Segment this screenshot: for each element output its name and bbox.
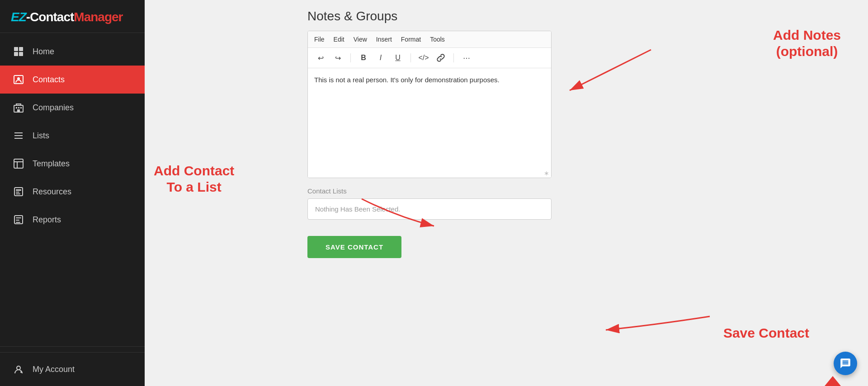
templates-icon: [13, 158, 24, 169]
sidebar-item-contacts[interactable]: Contacts: [0, 66, 145, 94]
sidebar-item-my-account[interactable]: My Account: [0, 355, 145, 383]
lists-icon: [13, 130, 24, 141]
contact-lists-label: Contact Lists: [307, 187, 552, 195]
annotation-add-contact: Add Contact To a List: [154, 163, 234, 195]
svg-point-25: [17, 366, 20, 370]
logo-manager: Manager: [74, 10, 123, 24]
nav-bottom: My Account: [0, 346, 145, 386]
svg-rect-18: [16, 189, 21, 191]
sidebar-item-my-account-label: My Account: [33, 365, 75, 374]
contact-lists-input[interactable]: Nothing Has Been Selected.: [307, 198, 552, 220]
menu-tools[interactable]: Tools: [430, 36, 445, 43]
sidebar-item-home[interactable]: Home: [0, 38, 145, 66]
sidebar-item-lists-label: Lists: [33, 131, 49, 141]
section-title: Notes & Groups: [307, 9, 552, 24]
contact-lists-section: Contact Lists Nothing Has Been Selected.: [294, 187, 565, 229]
save-contact-button[interactable]: SAVE CONTACT: [307, 236, 401, 258]
bold-button[interactable]: B: [357, 52, 370, 64]
logo-dash: -: [26, 10, 30, 24]
menu-format[interactable]: Format: [401, 36, 421, 43]
content-area: Notes & Groups File Edit View Insert For…: [145, 0, 868, 386]
notes-groups-section: Notes & Groups File Edit View Insert For…: [294, 0, 565, 187]
toolbar-separator-2: [410, 53, 411, 62]
logo: EZ-ContactManager: [0, 0, 145, 33]
menu-edit[interactable]: Edit: [334, 36, 344, 43]
svg-rect-2: [14, 52, 18, 56]
editor-menubar: File Edit View Insert Format Tools: [308, 31, 551, 48]
companies-icon: [13, 102, 24, 113]
nav-menu: Home Contacts Com: [0, 33, 145, 346]
editor-resize-handle[interactable]: ∗: [308, 168, 551, 178]
code-button[interactable]: </>: [417, 52, 430, 64]
sidebar-item-reports-label: Reports: [33, 215, 61, 225]
svg-rect-24: [16, 222, 20, 223]
svg-rect-20: [16, 193, 20, 194]
sidebar-item-contacts-label: Contacts: [33, 75, 65, 85]
reports-icon: [13, 214, 24, 226]
editor-toolbar: ↩ ↪ B I U </> ⋯: [308, 48, 551, 68]
sidebar: EZ-ContactManager Home Contacts: [0, 0, 145, 386]
svg-rect-14: [14, 159, 23, 168]
link-button[interactable]: [434, 52, 447, 64]
rich-text-editor: File Edit View Insert Format Tools ↩ ↪ B…: [307, 31, 552, 178]
svg-rect-8: [18, 107, 19, 108]
sidebar-item-templates-label: Templates: [33, 159, 70, 169]
italic-button[interactable]: I: [374, 52, 387, 64]
undo-button[interactable]: ↩: [314, 52, 327, 64]
sidebar-item-home-label: Home: [33, 47, 54, 56]
sidebar-item-templates[interactable]: Templates: [0, 150, 145, 178]
menu-file[interactable]: File: [314, 36, 325, 43]
annotation-add-notes: Add Notes (optional): [773, 27, 841, 60]
svg-rect-23: [16, 220, 19, 221]
svg-rect-1: [19, 47, 23, 51]
main-content: Notes & Groups File Edit View Insert For…: [145, 0, 868, 386]
contact-icon: [13, 74, 24, 85]
svg-rect-22: [16, 217, 21, 218]
sidebar-item-reports[interactable]: Reports: [0, 206, 145, 234]
sidebar-item-resources[interactable]: Resources: [0, 178, 145, 206]
svg-rect-0: [14, 47, 18, 51]
bottom-indicator: [825, 376, 841, 386]
underline-button[interactable]: U: [392, 52, 404, 64]
redo-button[interactable]: ↪: [331, 52, 344, 64]
sidebar-item-companies-label: Companies: [33, 103, 74, 113]
resources-icon: [13, 186, 24, 198]
resize-icon: ∗: [544, 169, 549, 177]
sidebar-item-lists[interactable]: Lists: [0, 122, 145, 150]
sidebar-item-resources-label: Resources: [33, 187, 71, 197]
grid-icon: [13, 46, 24, 57]
svg-rect-3: [19, 52, 23, 56]
svg-rect-9: [20, 107, 22, 108]
sidebar-item-companies[interactable]: Companies: [0, 94, 145, 122]
svg-rect-7: [16, 107, 17, 108]
menu-insert[interactable]: Insert: [376, 36, 392, 43]
svg-rect-19: [16, 192, 19, 193]
more-button[interactable]: ⋯: [460, 52, 473, 64]
logo-ez: EZ: [11, 10, 26, 24]
editor-content-area[interactable]: This is not a real person. It's only for…: [308, 68, 551, 168]
menu-view[interactable]: View: [354, 36, 367, 43]
annotation-save-contact: Save Contact: [723, 325, 809, 341]
svg-rect-10: [17, 109, 20, 112]
logo-contact: Contact: [30, 10, 74, 24]
toolbar-separator-3: [453, 53, 454, 62]
save-section: SAVE CONTACT: [294, 229, 565, 267]
toolbar-separator-1: [350, 53, 351, 62]
account-icon: [13, 363, 24, 375]
chat-bubble[interactable]: [834, 352, 857, 375]
